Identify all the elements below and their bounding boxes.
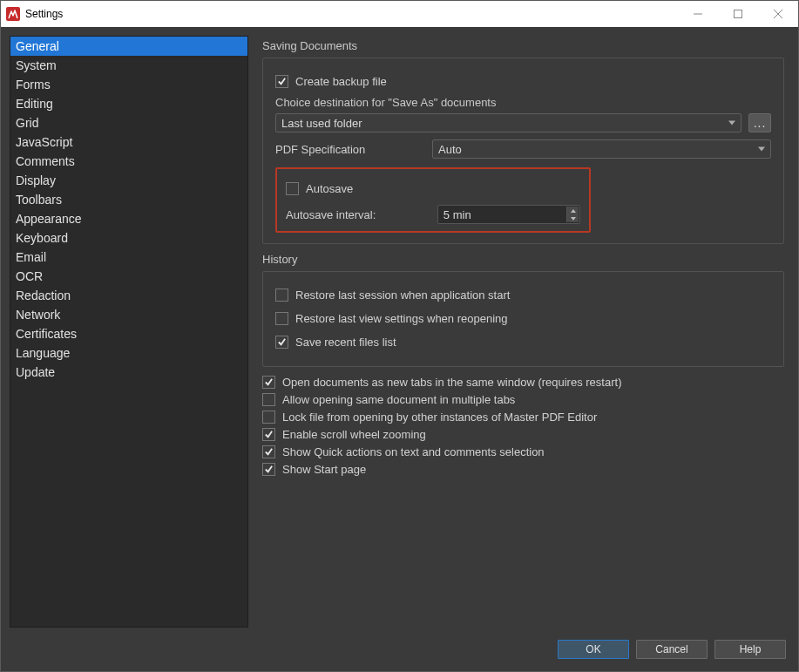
autosave-highlight: Autosave Autosave interval: 5 min: [275, 167, 591, 233]
create-backup-checkbox[interactable]: [275, 75, 288, 88]
restore-view-checkbox[interactable]: [275, 312, 288, 325]
history-group: Restore last session when application st…: [262, 271, 784, 367]
sidebar-item-display[interactable]: Display: [10, 171, 247, 190]
option-row: Open documents as new tabs in the same w…: [262, 376, 784, 389]
option-checkbox-5[interactable]: [262, 463, 275, 476]
pdf-spec-label: PDF Specification: [275, 143, 423, 156]
create-backup-label: Create backup file: [295, 75, 387, 88]
choice-destination-caption: Choice destination for "Save As" documen…: [275, 96, 771, 109]
app-icon: [6, 7, 20, 21]
pdf-spec-combo[interactable]: Auto: [432, 139, 771, 159]
option-row: Lock file from opening by other instance…: [262, 411, 784, 424]
section-title-saving: Saving Documents: [262, 39, 784, 52]
option-checkbox-3[interactable]: [262, 428, 275, 441]
settings-sidebar: GeneralSystemFormsEditingGridJavaScriptC…: [10, 36, 248, 628]
sidebar-item-grid[interactable]: Grid: [10, 113, 247, 132]
titlebar: Settings: [1, 1, 798, 27]
sidebar-item-language[interactable]: Language: [10, 343, 247, 363]
close-button[interactable]: [758, 1, 798, 27]
sidebar-item-appearance[interactable]: Appearance: [10, 209, 247, 228]
autosave-checkbox[interactable]: [286, 182, 299, 195]
sidebar-item-certificates[interactable]: Certificates: [10, 324, 247, 343]
sidebar-item-toolbars[interactable]: Toolbars: [10, 190, 247, 209]
section-title-history: History: [262, 253, 784, 266]
option-row: Show Start page: [262, 463, 784, 476]
sidebar-item-keyboard[interactable]: Keyboard: [10, 228, 247, 248]
option-checkbox-0[interactable]: [262, 376, 275, 389]
ok-button[interactable]: OK: [558, 640, 629, 659]
autosave-interval-spinner[interactable]: 5 min: [437, 205, 580, 224]
svg-rect-2: [735, 10, 742, 18]
dialog-footer: OK Cancel Help: [1, 631, 798, 671]
sidebar-item-email[interactable]: Email: [10, 248, 247, 267]
option-label-1: Allow opening same document in multiple …: [282, 393, 515, 406]
option-row: Enable scroll wheel zooming: [262, 428, 784, 441]
option-label-5: Show Start page: [282, 463, 366, 476]
settings-content: Saving Documents Create backup file Choi…: [257, 36, 789, 628]
save-recent-checkbox[interactable]: [275, 336, 288, 349]
pdf-spec-value: Auto: [438, 143, 462, 156]
restore-session-checkbox[interactable]: [275, 288, 288, 302]
sidebar-item-network[interactable]: Network: [10, 305, 247, 324]
option-row: Show Quick actions on text and comments …: [262, 445, 784, 458]
option-label-4: Show Quick actions on text and comments …: [282, 445, 545, 458]
option-row: Allow opening same document in multiple …: [262, 393, 784, 406]
chevron-down-icon: [728, 121, 735, 126]
option-checkbox-1[interactable]: [262, 393, 275, 406]
option-checkbox-2[interactable]: [262, 411, 275, 424]
save-as-destination-value: Last used folder: [281, 117, 362, 130]
sidebar-item-ocr[interactable]: OCR: [10, 267, 247, 286]
maximize-button[interactable]: [718, 1, 758, 27]
sidebar-item-editing[interactable]: Editing: [10, 94, 247, 113]
sidebar-item-javascript[interactable]: JavaScript: [10, 132, 247, 152]
sidebar-item-forms[interactable]: Forms: [10, 75, 247, 94]
cancel-button[interactable]: Cancel: [636, 640, 708, 659]
save-recent-label: Save recent files list: [295, 336, 396, 349]
sidebar-item-redaction[interactable]: Redaction: [10, 286, 247, 305]
sidebar-item-system[interactable]: System: [10, 56, 247, 75]
restore-session-label: Restore last session when application st…: [295, 288, 510, 302]
option-label-0: Open documents as new tabs in the same w…: [282, 376, 621, 389]
window-title: Settings: [25, 8, 63, 20]
sidebar-item-comments[interactable]: Comments: [10, 152, 247, 171]
sidebar-item-general[interactable]: General: [10, 37, 247, 56]
option-checkbox-4[interactable]: [262, 445, 275, 458]
help-button[interactable]: Help: [714, 640, 786, 659]
minimize-button[interactable]: [678, 1, 718, 27]
sidebar-item-update[interactable]: Update: [10, 363, 247, 382]
option-label-2: Lock file from opening by other instance…: [282, 411, 597, 424]
restore-view-label: Restore last view settings when reopenin…: [295, 312, 508, 325]
spinner-arrows[interactable]: [566, 207, 579, 222]
saving-documents-group: Create backup file Choice destination fo…: [262, 58, 784, 244]
option-label-3: Enable scroll wheel zooming: [282, 428, 426, 441]
browse-folder-button[interactable]: ...: [748, 113, 771, 132]
save-as-destination-combo[interactable]: Last used folder: [275, 113, 741, 132]
autosave-interval-label: Autosave interval:: [286, 208, 429, 221]
autosave-label: Autosave: [306, 182, 353, 195]
chevron-down-icon: [758, 147, 765, 152]
autosave-interval-value: 5 min: [444, 208, 471, 221]
